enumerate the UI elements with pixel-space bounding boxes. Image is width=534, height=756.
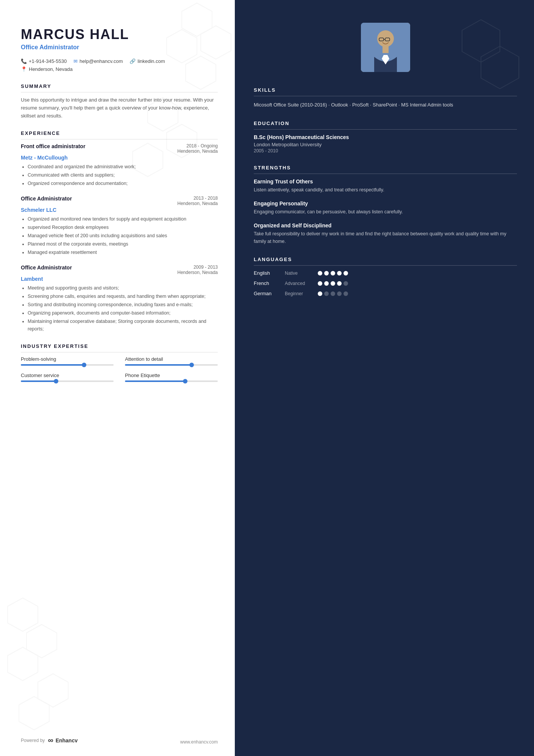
skills-text: Micosoft Office Suite (2010-2016) · Outl… [254, 101, 517, 109]
progress-dot-2 [189, 363, 194, 367]
job-1-company: Metz - McCullough [21, 155, 218, 161]
expertise-section: INDUSTRY EXPERTISE Problem-solving Atten… [21, 343, 218, 382]
lang-3-dots [318, 291, 348, 296]
job-2-dates: 2013 - 2018 [157, 196, 218, 201]
list-item: Communicated with clients and suppliers; [28, 171, 218, 179]
svg-marker-9 [8, 647, 38, 681]
language-1: English Native [254, 270, 517, 276]
list-item: Maintaining internal cooperative databas… [28, 318, 218, 333]
job-2-bullets: Organized and monitored new tenders for … [21, 215, 218, 256]
expertise-item-2: Attention to detail [125, 356, 218, 366]
education-section: EDUCATION B.Sc (Hons) Pharmaceutical Sci… [254, 121, 517, 153]
powered-by-label: Powered by [21, 738, 45, 743]
dot [331, 291, 335, 296]
dot [324, 291, 329, 296]
expertise-label-2: Attention to detail [125, 356, 218, 362]
strength-1: Earning Trust of Others Listen attentive… [254, 178, 517, 194]
website-contact: 🔗 linkedin.com [130, 58, 165, 64]
expertise-label-1: Problem-solving [21, 356, 114, 362]
phone-value: +1-914-345-5530 [29, 58, 67, 64]
job-2-location: Henderson, Nevada [157, 201, 218, 206]
list-item: Screening phone calls, enquiries and req… [28, 293, 218, 300]
lang-2-name: French [254, 280, 280, 286]
education-title: EDUCATION [254, 121, 517, 130]
job-1-title: Front office administrator [21, 143, 85, 149]
strength-3-desc: Take full responsibility to deliver my w… [254, 230, 517, 245]
dot [337, 281, 342, 286]
skills-section: SKILLS Micosoft Office Suite (2010-2016)… [254, 87, 517, 109]
profile-photo [361, 23, 410, 72]
contact-info: 📞 +1-914-345-5530 ✉ help@enhancv.com 🔗 l… [21, 58, 218, 64]
job-3-title: Office Administrator [21, 265, 72, 271]
summary-title: SUMMARY [21, 83, 218, 92]
email-contact: ✉ help@enhancv.com [73, 58, 123, 64]
strength-1-desc: Listen attentively, speak candidly, and … [254, 186, 517, 194]
lang-2-dots [318, 281, 348, 286]
strengths-section: STRENGTHS Earning Trust of Others Listen… [254, 165, 517, 245]
svg-marker-10 [38, 674, 68, 707]
expertise-item-3: Customer service [21, 373, 114, 382]
photo-container [254, 23, 517, 72]
language-2: French Advanced [254, 280, 517, 286]
job-1: Front office administrator 2018 - Ongoin… [21, 143, 218, 187]
job-2-company: Schmeler LLC [21, 207, 218, 213]
brand-name: Enhancv [56, 737, 78, 743]
left-column: MARCUS HALL Office Administrator 📞 +1-91… [0, 0, 235, 756]
expertise-item-4: Phone Etiquette [125, 373, 218, 382]
list-item: Managed vehicle fleet of 200 units inclu… [28, 232, 218, 239]
job-3-dates: 2009 - 2013 [157, 265, 218, 270]
dot [324, 281, 329, 286]
strength-3: Organized and Self Disciplined Take full… [254, 222, 517, 245]
location-contact: 📍 Henderson, Nevada [21, 66, 218, 72]
job-1-location: Henderson, Nevada [157, 149, 218, 154]
experience-section: EXPERIENCE Front office administrator 20… [21, 130, 218, 333]
person-illustration [361, 23, 410, 72]
link-icon: 🔗 [130, 58, 136, 64]
resume-page: MARCUS HALL Office Administrator 📞 +1-91… [0, 0, 534, 756]
right-bg-decorations [235, 0, 534, 756]
job-2-dates-loc: 2013 - 2018 Henderson, Nevada [157, 196, 218, 206]
job-2: Office Administrator 2013 - 2018 Henders… [21, 196, 218, 256]
website-value: linkedin.com [137, 58, 165, 64]
svg-rect-19 [383, 46, 389, 53]
dot [324, 271, 329, 275]
job-3-company: Lambent [21, 276, 218, 282]
job-3: Office Administrator 2009 - 2013 Henders… [21, 265, 218, 333]
progress-dot-4 [183, 379, 187, 383]
list-item: Organizing paperwork, documents and comp… [28, 309, 218, 317]
svg-marker-7 [8, 598, 38, 631]
list-item: Organized and monitored new tenders for … [28, 215, 218, 223]
list-item: Coordinated and organized the administra… [28, 163, 218, 171]
list-item: Managed expatriate resettlement [28, 249, 218, 256]
candidate-name: MARCUS HALL [21, 27, 218, 42]
progress-bar-4-fill [125, 380, 185, 382]
dot [337, 271, 342, 275]
job-1-dates-loc: 2018 - Ongoing Henderson, Nevada [157, 143, 218, 154]
dot [318, 291, 322, 296]
job-2-title: Office Administrator [21, 196, 72, 202]
dot [318, 271, 322, 275]
svg-point-15 [377, 30, 394, 47]
experience-title: EXPERIENCE [21, 130, 218, 139]
phone-icon: 📞 [21, 58, 27, 64]
edu-years: 2005 - 2010 [254, 148, 517, 153]
dot [344, 291, 348, 296]
expertise-title: INDUSTRY EXPERTISE [21, 343, 218, 352]
lang-1-dots [318, 271, 348, 275]
lang-3-name: German [254, 291, 280, 296]
expertise-label-3: Customer service [21, 373, 114, 378]
lang-1-level: Native [285, 271, 313, 276]
list-item: Planned most of the corporate events, me… [28, 240, 218, 248]
email-value: help@enhancv.com [80, 58, 123, 64]
progress-dot-3 [54, 379, 58, 383]
list-item: supervised Reception desk employees [28, 224, 218, 231]
job-1-dates: 2018 - Ongoing [157, 143, 218, 149]
svg-marker-11 [19, 697, 49, 730]
progress-dot-1 [82, 363, 86, 367]
footer-left: Powered by ∞ Enhancv [21, 736, 78, 745]
dot [318, 281, 322, 286]
strength-2-title: Engaging Personality [254, 200, 517, 207]
progress-bar-2-fill [125, 364, 192, 366]
progress-bar-1-fill [21, 364, 84, 366]
summary-text: Use this opportunity to intrigue and dra… [21, 96, 218, 120]
